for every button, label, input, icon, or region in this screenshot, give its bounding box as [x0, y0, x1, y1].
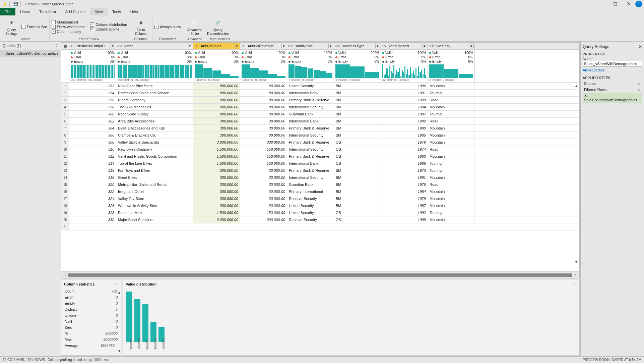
filter-dropdown-icon[interactable]: ▾ — [111, 44, 115, 48]
advanced-editor-button[interactable]: 📄 Advanced Editor — [185, 18, 204, 36]
more-icon[interactable]: ⋯ — [573, 282, 577, 287]
row-number[interactable]: 3 — [61, 97, 69, 103]
goto-column-button[interactable]: ▦ Go to Column — [131, 18, 150, 36]
gear-icon[interactable]: ⚙ — [638, 88, 641, 92]
filter-dropdown-icon[interactable]: ▾ — [328, 44, 333, 48]
applied-step[interactable]: ✕ Sales_vStoreWithDemographics — [583, 93, 642, 103]
horizontal-scrollbar[interactable]: 〈 〉 — [61, 271, 579, 278]
distribution-bar[interactable]: 1500000 — [134, 299, 140, 342]
tab-tools[interactable]: Tools — [108, 8, 126, 15]
column-header-businessentityid[interactable]: 1²₃BusinessEntityID▾ — [69, 43, 116, 49]
tab-home[interactable]: Home — [15, 8, 35, 15]
column-header-businesstype[interactable]: AᵇcBusinessType▾ — [334, 43, 381, 49]
table-row[interactable]: 5300Nationwide Supply800,000.0080,000.00… — [61, 111, 579, 118]
row-number[interactable]: 5 — [61, 111, 69, 117]
datatype-icon[interactable]: $ — [242, 44, 246, 48]
column-header-annualrevenue[interactable]: $AnnualRevenue▾ — [240, 43, 287, 49]
filter-dropdown-icon[interactable]: ▾ — [375, 44, 380, 48]
check-column-distribution[interactable]: Column distribution — [90, 22, 127, 27]
table-row[interactable]: 8306Clamps & Brackets Co.300,000.0080,00… — [61, 132, 579, 139]
column-header-annualsales[interactable]: $AnnualSales▾ — [193, 43, 240, 49]
column-header-specialty[interactable]: AᵇcSpecialty▾ — [428, 43, 475, 49]
row-number[interactable]: 20 — [61, 216, 69, 223]
check-column-profile[interactable]: Column profile — [90, 27, 127, 31]
row-number[interactable]: 11 — [61, 153, 69, 160]
table-row[interactable]: 13316Fun Toys and Bikes300,000.0030,000.… — [61, 167, 579, 174]
table-row[interactable]: 11312Vinyl and Plastic Goods Corporation… — [61, 153, 579, 160]
check-column-quality[interactable]: Column quality — [52, 30, 86, 34]
tab-view[interactable]: View — [90, 8, 108, 15]
table-row[interactable]: 20330Major Sport Suppliers3,000,000.0030… — [61, 216, 579, 223]
tab-help[interactable]: Help — [126, 8, 143, 15]
row-number[interactable]: 1 — [61, 83, 69, 89]
datatype-icon[interactable]: 1²₃ — [71, 44, 75, 48]
datatype-icon[interactable]: Aᵇc — [288, 44, 293, 48]
stats-scroll-down-icon[interactable]: ▾ — [118, 349, 120, 353]
query-item[interactable]: Sales_vStoreWithDemographics — [0, 50, 60, 57]
tab-addcolumn[interactable]: Add Column — [61, 8, 90, 15]
scroll-down-icon[interactable]: ▾ — [574, 259, 579, 264]
check-whitespace[interactable]: Show whitespace — [52, 25, 86, 29]
table-row[interactable]: 7304Bicycle Accessories and Kits300,000.… — [61, 125, 579, 132]
table-row[interactable]: 3296Riders Company800,000.0080,000.00Pri… — [61, 97, 579, 104]
check-always-allow[interactable]: Always allow — [154, 25, 181, 29]
check-formula-bar[interactable]: Formula Bar — [21, 25, 47, 29]
row-number[interactable]: 10 — [61, 146, 69, 153]
query-settings-button[interactable]: ⚙ Query Settings — [2, 18, 21, 36]
row-number[interactable]: 6 — [61, 118, 69, 124]
tab-transform[interactable]: Transform — [35, 8, 61, 15]
filter-dropdown-icon[interactable]: ▾ — [235, 44, 239, 48]
all-properties-link[interactable]: All Properties — [583, 68, 642, 72]
datatype-icon[interactable]: $ — [195, 44, 199, 48]
table-row[interactable]: 9308Valley Bicycle Specialists3,000,000.… — [61, 139, 579, 146]
distribution-bar[interactable]: 1000000 — [158, 327, 165, 342]
collapse-icon[interactable]: 〈 — [54, 43, 57, 48]
row-number[interactable]: 2 — [61, 90, 69, 96]
datatype-icon[interactable]: Aᵇc — [118, 44, 122, 48]
datatype-icon[interactable]: 1²₃ — [382, 44, 387, 48]
row-number[interactable]: 15 — [61, 181, 69, 188]
datatype-icon[interactable]: Aᵇc — [429, 44, 434, 48]
table-row[interactable]: 17324Valley Toy Store300,000.0030,000.00… — [61, 195, 579, 202]
filter-dropdown-icon[interactable]: ▾ — [422, 44, 427, 48]
row-number[interactable]: 14 — [61, 174, 69, 181]
distribution-bar[interactable]: 300000 — [126, 292, 132, 342]
table-row[interactable]: 6302Area Bike Accessories300,000.0030,00… — [61, 118, 579, 125]
row-number[interactable]: 9 — [61, 139, 69, 146]
query-dependencies-button[interactable]: 🔗 Query Dependencies — [208, 18, 227, 36]
scroll-left-icon[interactable]: 〈 — [63, 272, 66, 277]
table-row[interactable]: 2294Professional Sales and Service800,00… — [61, 90, 579, 97]
row-number[interactable]: 4 — [61, 104, 69, 110]
table-row[interactable]: 10310New Bikes Company1,500,000.00150,00… — [61, 146, 579, 153]
maximize-button[interactable] — [608, 0, 622, 8]
row-number[interactable]: 19 — [61, 209, 69, 216]
save-icon[interactable]: 💾 — [12, 1, 19, 7]
table-row[interactable]: 4298The Bike Mechanics800,000.0080,000.0… — [61, 104, 579, 111]
table-row[interactable]: 16322Irregulars Outlet300,000.0030,000.0… — [61, 188, 579, 195]
row-number[interactable]: 18 — [61, 202, 69, 209]
gear-icon[interactable]: ⚙ — [638, 82, 641, 86]
table-row[interactable]: 18326Worthwhile Activity Store300,000.00… — [61, 202, 579, 209]
row-number[interactable]: 13 — [61, 167, 69, 174]
column-header-yearopened[interactable]: 1²₃YearOpened▾ — [381, 43, 428, 49]
row-number[interactable]: 7 — [61, 125, 69, 132]
table-row[interactable]: 1292Next-Door Bike Store800,000.0080,000… — [61, 83, 579, 90]
filter-dropdown-icon[interactable]: ▾ — [188, 44, 192, 48]
rownum-header[interactable]: ▦ — [61, 43, 69, 49]
help-icon[interactable]: ? — [635, 1, 642, 7]
minimize-button[interactable] — [595, 0, 608, 8]
filter-dropdown-icon[interactable]: ▾ — [469, 44, 474, 48]
datatype-icon[interactable]: Aᵇc — [335, 44, 340, 48]
table-row[interactable]: 14318Great Bikes300,000.0030,000.00Inter… — [61, 174, 579, 181]
tab-file[interactable]: File — [0, 8, 15, 15]
applied-step[interactable]: Filtered Rows⚙ — [583, 87, 642, 93]
column-header-bankname[interactable]: AᵇcBankName▾ — [287, 43, 334, 49]
table-row[interactable]: 15320Metropolitan Sales and Rental300,00… — [61, 181, 579, 188]
applied-step[interactable]: Source⚙ — [583, 81, 642, 87]
table-row[interactable]: 21 — [61, 223, 579, 230]
more-icon[interactable]: ⋯ — [115, 282, 118, 287]
table-row[interactable]: 12314Top of the Line Bikes1,500,000.0015… — [61, 160, 579, 167]
filter-dropdown-icon[interactable]: ▾ — [281, 44, 286, 48]
stats-scroll-up-icon[interactable]: ▴ — [118, 290, 120, 295]
row-number[interactable]: 8 — [61, 132, 69, 139]
